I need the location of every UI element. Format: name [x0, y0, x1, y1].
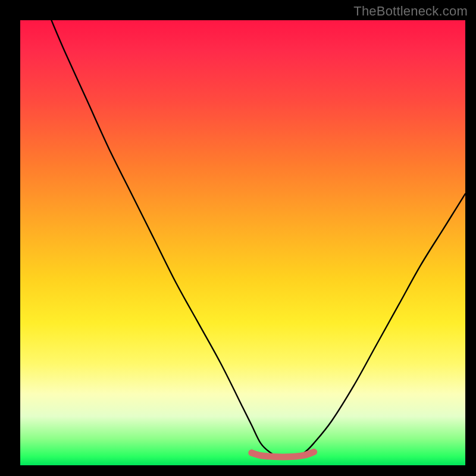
optimal-region-path: [252, 452, 314, 457]
chart-svg: [20, 20, 465, 465]
watermark-label: TheBottleneck.com: [353, 4, 468, 19]
bottleneck-curve-path: [51, 20, 465, 457]
optimal-region-start-dot: [249, 450, 255, 456]
chart-frame: TheBottleneck.com: [0, 0, 476, 476]
plot-area: [20, 20, 465, 465]
